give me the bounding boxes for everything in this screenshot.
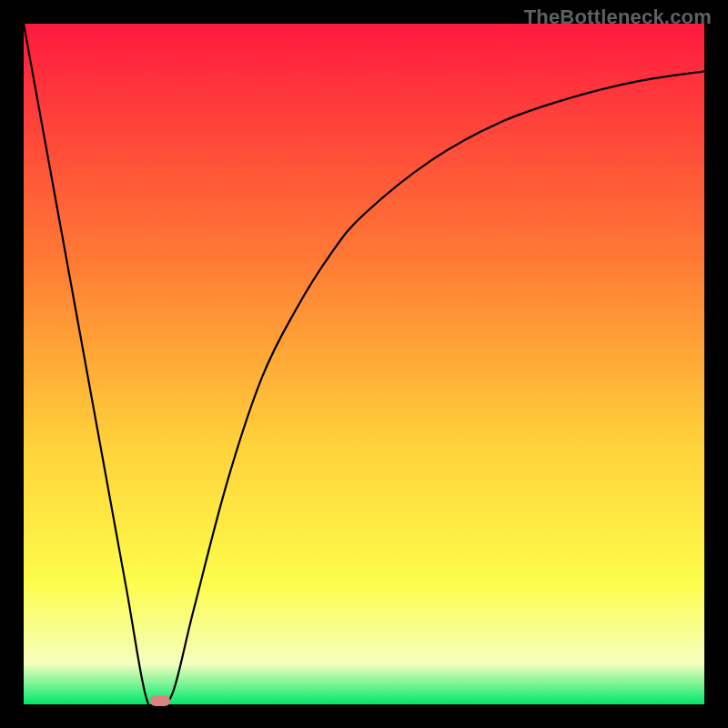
plot-area (24, 24, 704, 704)
plot-svg (24, 24, 704, 704)
watermark-text: TheBottleneck.com (524, 5, 712, 29)
chart-frame: TheBottleneck.com (0, 0, 728, 728)
gradient-background (24, 24, 704, 704)
optimum-marker (150, 695, 170, 706)
